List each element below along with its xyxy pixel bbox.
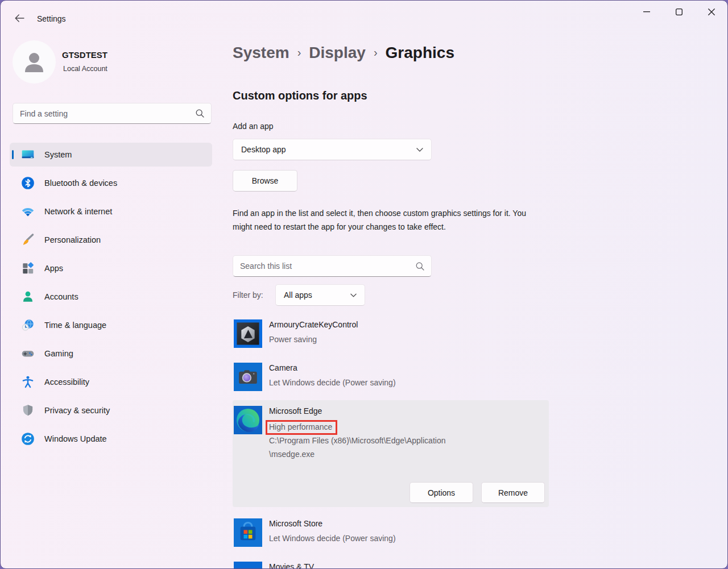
app-graphics-setting: Power saving (269, 335, 317, 344)
close-button[interactable] (695, 1, 727, 23)
microsoft-store-icon (234, 518, 262, 547)
back-button[interactable] (11, 11, 28, 26)
sidebar-item-time-language[interactable]: Time & language (10, 313, 212, 337)
sidebar-item-network-internet[interactable]: Network & internet (10, 200, 212, 223)
shield-icon (20, 403, 35, 418)
sidebar-item-label: Apps (44, 264, 63, 273)
page-title: Custom options for apps (233, 89, 367, 102)
browse-button[interactable]: Browse (233, 170, 297, 192)
caption-buttons (630, 1, 727, 23)
breadcrumb-separator: › (374, 46, 378, 59)
app-path-line2: \msedge.exe (269, 450, 315, 459)
description-text: Find an app in the list and select it, t… (233, 206, 540, 234)
microsoft-edge-icon (234, 406, 262, 434)
main-content: System›Display›Graphics Custom options f… (233, 27, 727, 568)
chevron-down-icon (350, 293, 357, 297)
maximize-button[interactable] (663, 1, 695, 23)
user-icon (22, 49, 47, 74)
settings-window: Settings GTSDTEST Local Account (0, 0, 728, 569)
sidebar-item-label: Personalization (44, 235, 101, 244)
gamepad-icon (20, 346, 35, 361)
sidebar-item-apps[interactable]: Apps (10, 256, 212, 280)
titlebar: Settings (1, 1, 727, 27)
sidebar-item-label: Gaming (44, 349, 73, 358)
add-app-label: Add an app (233, 122, 274, 131)
bluetooth-icon (20, 176, 35, 190)
sidebar-item-label: Accounts (44, 292, 78, 301)
search-icon (196, 109, 204, 118)
update-sync-icon (20, 431, 35, 446)
wifi-icon (20, 204, 35, 219)
app-row-movies-tv[interactable]: Movies & TV (233, 562, 549, 569)
sidebar-item-accessibility[interactable]: Accessibility (10, 370, 212, 394)
sidebar-item-label: Bluetooth & devices (44, 178, 117, 188)
browse-button-label: Browse (252, 176, 279, 185)
armoury-crate-icon (234, 319, 262, 348)
person-icon (20, 289, 35, 304)
filter-by-label: Filter by: (233, 290, 263, 300)
options-button[interactable]: Options (410, 482, 473, 503)
paintbrush-icon (20, 232, 35, 247)
selection-accent-bar (12, 150, 14, 159)
app-graphics-setting: High performance (269, 422, 332, 431)
app-graphics-setting: Let Windows decide (Power saving) (269, 534, 396, 543)
remove-button-label: Remove (498, 488, 528, 497)
sidebar-item-bluetooth-devices[interactable]: Bluetooth & devices (10, 171, 212, 195)
app-row-camera[interactable]: Camera Let Windows decide (Power saving) (233, 363, 549, 391)
sidebar-item-privacy-security[interactable]: Privacy & security (10, 398, 212, 422)
breadcrumb: System›Display›Graphics (233, 44, 454, 62)
app-name: Movies & TV (269, 562, 314, 569)
sidebar-item-system[interactable]: System (10, 143, 212, 167)
breadcrumb-separator: › (297, 46, 301, 59)
app-name: Camera (269, 363, 297, 372)
sidebar: GTSDTEST Local Account Find a setting (1, 27, 224, 568)
remove-button[interactable]: Remove (481, 482, 545, 503)
user-name: GTSDTEST (62, 50, 107, 60)
sidebar-item-label: Accessibility (44, 377, 89, 387)
sidebar-nav: System Bluetooth & devices (10, 143, 212, 455)
app-type-dropdown-value: Desktop app (241, 145, 416, 154)
minimize-icon (643, 11, 650, 13)
app-path-line1: C:\Program Files (x86)\Microsoft\Edge\Ap… (269, 436, 445, 445)
app-type-dropdown[interactable]: Desktop app (233, 139, 432, 160)
annotation-highlight-box: High performance (266, 420, 337, 435)
breadcrumb-graphics: Graphics (386, 44, 454, 61)
app-row-microsoft-store[interactable]: Microsoft Store Let Windows decide (Powe… (233, 518, 549, 547)
search-icon (416, 262, 424, 271)
sidebar-item-label: Network & internet (44, 207, 112, 216)
options-button-label: Options (428, 488, 455, 497)
maximize-icon (676, 9, 682, 15)
search-list-input[interactable]: Search this list (233, 255, 432, 277)
chevron-down-icon (416, 148, 423, 152)
breadcrumb-display[interactable]: Display (309, 44, 366, 61)
sidebar-item-label: Windows Update (44, 434, 107, 443)
system-icon (20, 147, 35, 162)
camera-app-icon (234, 363, 262, 391)
close-icon (708, 9, 715, 15)
app-row-armourycratekeycontrol[interactable]: ArmouryCrateKeyControl Power saving (233, 319, 549, 348)
find-setting-placeholder: Find a setting (20, 109, 196, 118)
app-graphics-setting: Let Windows decide (Power saving) (269, 378, 396, 387)
movies-tv-icon (234, 562, 262, 569)
sidebar-item-label: Privacy & security (44, 406, 110, 415)
app-name: ArmouryCrateKeyControl (269, 320, 358, 329)
sidebar-item-label: System (44, 150, 72, 159)
sidebar-item-accounts[interactable]: Accounts (10, 285, 212, 309)
breadcrumb-system[interactable]: System (233, 44, 289, 61)
sidebar-item-personalization[interactable]: Personalization (10, 228, 212, 252)
sidebar-item-gaming[interactable]: Gaming (10, 342, 212, 366)
sidebar-item-label: Time & language (44, 321, 106, 330)
apps-icon (20, 261, 35, 276)
app-name: Microsoft Store (269, 519, 322, 528)
find-setting-input[interactable]: Find a setting (13, 103, 212, 124)
accessibility-person-icon (20, 375, 35, 389)
minimize-button[interactable] (630, 1, 663, 23)
app-row-microsoft-edge-selected[interactable]: Microsoft Edge High performance C:\Progr… (233, 400, 549, 507)
sidebar-item-windows-update[interactable]: Windows Update (10, 427, 212, 451)
user-account-type: Local Account (63, 65, 107, 73)
avatar[interactable] (13, 40, 56, 84)
filter-dropdown[interactable]: All apps (275, 284, 365, 306)
back-arrow-icon (15, 14, 24, 22)
search-list-placeholder: Search this list (240, 261, 416, 271)
app-name: Microsoft Edge (269, 406, 322, 416)
